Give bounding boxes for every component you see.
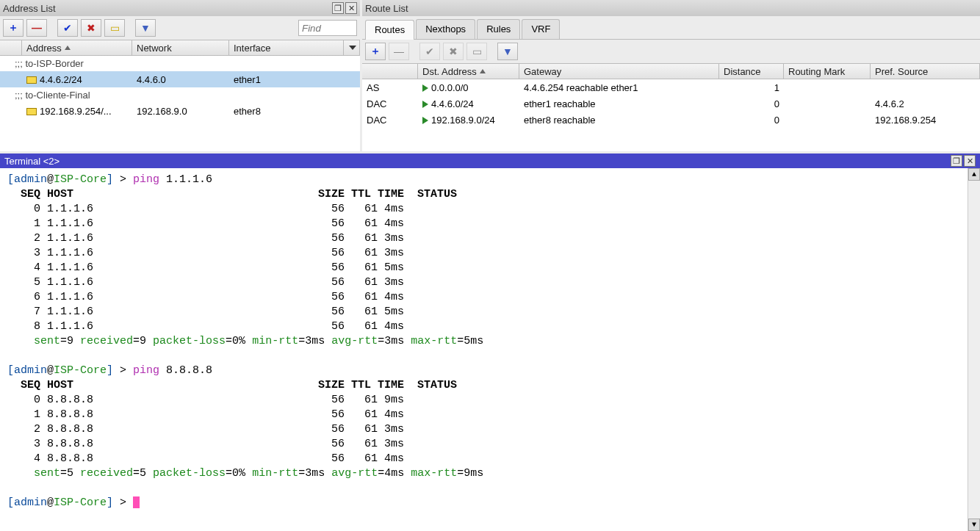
route-grid-header: Dst. Address Gateway Distance Routing Ma… <box>362 63 980 79</box>
enable-button[interactable]: ✔ <box>57 19 78 37</box>
add-button[interactable]: ＋ <box>3 19 24 37</box>
remove-route-button[interactable]: — <box>389 43 409 60</box>
terminal-scrollbar[interactable]: ▲ ▼ <box>968 168 980 531</box>
col-interface[interactable]: Interface <box>229 40 344 55</box>
route-list-titlebar[interactable]: Route List <box>362 0 980 16</box>
route-row[interactable]: DAC192.168.9.0/24ether8 reachable0192.16… <box>362 112 980 128</box>
terminal-title: Terminal <2> <box>4 156 949 167</box>
col-address[interactable]: Address <box>22 40 132 55</box>
restore-button[interactable]: ❐ <box>332 2 344 14</box>
address-comment: ;;; to-ISP-Border <box>0 56 360 71</box>
address-toolbar: ＋ — ✔ ✖ ▭ ▼ <box>0 16 360 40</box>
scroll-down-button[interactable]: ▼ <box>968 519 980 531</box>
address-comment: ;;; to-Cliente-Final <box>0 87 360 103</box>
col-routing-mark[interactable]: Routing Mark <box>784 64 871 79</box>
dropdown-icon <box>349 46 356 50</box>
comment-button[interactable]: ▭ <box>104 19 125 37</box>
address-row[interactable]: 192.168.9.254/...192.168.9.0ether8 <box>0 103 360 119</box>
col-dst[interactable]: Dst. Address <box>418 64 519 79</box>
scroll-up-button[interactable]: ▲ <box>968 168 980 181</box>
route-row[interactable]: AS0.0.0.0/04.4.6.254 reachable ether11 <box>362 79 980 95</box>
disable-route-button[interactable]: ✖ <box>443 43 464 60</box>
tab-routes[interactable]: Routes <box>365 20 414 40</box>
scroll-track[interactable] <box>968 181 980 519</box>
address-grid-header: Address Network Interface <box>0 40 360 56</box>
address-list-titlebar[interactable]: Address List ❐ ✕ <box>0 0 360 16</box>
route-grid-body: AS0.0.0.0/04.4.6.254 reachable ether11DA… <box>362 79 980 151</box>
route-list-window: Route List RoutesNexthopsRulesVRF ＋ — ✔ … <box>362 0 980 151</box>
col-menu[interactable] <box>344 40 360 55</box>
col-flags[interactable] <box>362 64 418 79</box>
col-distance[interactable]: Distance <box>719 64 784 79</box>
comment-route-button[interactable]: ▭ <box>466 43 487 60</box>
sort-indicator-icon <box>65 46 71 50</box>
close-button[interactable]: ✕ <box>345 2 357 14</box>
add-route-button[interactable]: ＋ <box>365 43 386 60</box>
filter-button[interactable]: ▼ <box>135 19 156 37</box>
address-list-title: Address List <box>3 3 331 14</box>
address-icon <box>26 76 37 84</box>
sort-indicator-icon <box>480 69 486 73</box>
terminal-close-button[interactable]: ✕ <box>964 155 976 167</box>
disable-button[interactable]: ✖ <box>81 19 101 37</box>
col-flag[interactable] <box>0 40 22 55</box>
active-route-icon <box>422 84 428 92</box>
filter-route-button[interactable]: ▼ <box>497 43 518 60</box>
enable-route-button[interactable]: ✔ <box>419 43 440 60</box>
tab-vrf[interactable]: VRF <box>522 19 560 39</box>
terminal-window: Terminal <2> ❐ ✕ [admin@ISP-Core] > ping… <box>0 153 980 531</box>
find-input[interactable] <box>298 20 357 36</box>
address-list-window: Address List ❐ ✕ ＋ — ✔ ✖ ▭ ▼ Address Net… <box>0 0 360 151</box>
terminal-cursor <box>133 496 140 508</box>
terminal-restore-button[interactable]: ❐ <box>951 155 962 167</box>
terminal-body[interactable]: [admin@ISP-Core] > ping 1.1.1.6 SEQ HOST… <box>0 168 980 531</box>
col-gateway[interactable]: Gateway <box>519 64 719 79</box>
col-pref-source[interactable]: Pref. Source <box>871 64 980 79</box>
route-list-title: Route List <box>365 3 977 14</box>
address-icon <box>26 108 37 115</box>
tab-nexthops[interactable]: Nexthops <box>416 19 475 39</box>
route-tabs: RoutesNexthopsRulesVRF <box>362 16 980 40</box>
active-route-icon <box>422 117 428 124</box>
address-grid-body: ;;; to-ISP-Border4.4.6.2/244.4.6.0ether1… <box>0 56 360 151</box>
terminal-titlebar[interactable]: Terminal <2> ❐ ✕ <box>0 153 980 168</box>
col-network[interactable]: Network <box>132 40 229 55</box>
route-toolbar: ＋ — ✔ ✖ ▭ ▼ <box>362 40 980 63</box>
active-route-icon <box>422 101 428 108</box>
tab-rules[interactable]: Rules <box>477 19 520 39</box>
remove-button[interactable]: — <box>26 19 47 37</box>
route-row[interactable]: DAC4.4.6.0/24ether1 reachable04.4.6.2 <box>362 95 980 112</box>
address-row[interactable]: 4.4.6.2/244.4.6.0ether1 <box>0 71 360 87</box>
